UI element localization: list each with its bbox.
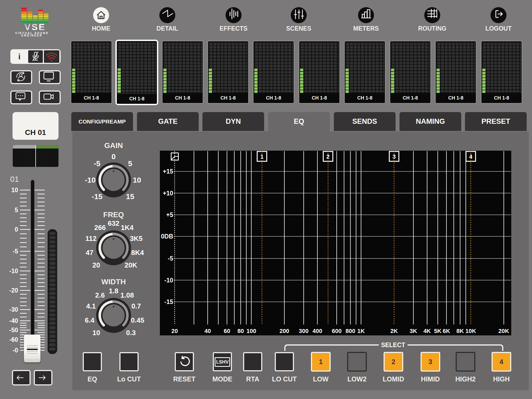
svg-text:2K: 2K xyxy=(390,328,398,334)
svg-text:3: 3 xyxy=(392,153,396,160)
svg-text:-15: -15 xyxy=(92,192,102,201)
svg-text:1.8: 1.8 xyxy=(109,287,118,295)
svg-text:100: 100 xyxy=(246,328,256,334)
svg-text:4: 4 xyxy=(469,153,473,160)
svg-text:20K: 20K xyxy=(124,261,137,269)
svg-text:600: 600 xyxy=(332,328,342,334)
svg-text:1.08: 1.08 xyxy=(120,291,134,299)
svg-text:400: 400 xyxy=(313,328,322,334)
svg-text:-50: -50 xyxy=(9,327,18,334)
svg-text:-40: -40 xyxy=(9,317,18,324)
svg-text:+15: +15 xyxy=(163,168,173,175)
svg-text:266: 266 xyxy=(94,224,106,232)
svg-text:+5: +5 xyxy=(166,211,173,218)
svg-text:-10: -10 xyxy=(164,277,173,284)
svg-text:10: 10 xyxy=(92,329,100,337)
svg-text:-5: -5 xyxy=(168,255,173,262)
svg-text:-0: -0 xyxy=(13,347,18,354)
svg-text:80: 80 xyxy=(238,328,244,334)
svg-text:20K: 20K xyxy=(498,328,509,334)
svg-text:6K: 6K xyxy=(443,328,450,334)
svg-text:ENGINEER: ENGINEER xyxy=(21,34,42,37)
svg-text:4K: 4K xyxy=(423,328,431,334)
svg-text:0.7: 0.7 xyxy=(131,302,141,310)
svg-text:0.45: 0.45 xyxy=(131,316,144,324)
svg-text:3K: 3K xyxy=(410,328,417,334)
svg-text:0: 0 xyxy=(111,153,116,161)
svg-text:800: 800 xyxy=(346,328,355,334)
svg-text:60: 60 xyxy=(224,328,230,334)
svg-text:3K5: 3K5 xyxy=(130,235,143,242)
svg-text:-5: -5 xyxy=(94,159,100,168)
svg-text:2.6: 2.6 xyxy=(95,291,105,299)
svg-text:15: 15 xyxy=(126,192,134,201)
svg-text:8K: 8K xyxy=(456,328,464,334)
svg-text:5: 5 xyxy=(128,159,132,168)
svg-text:0DB: 0DB xyxy=(161,233,173,240)
svg-text:6.4: 6.4 xyxy=(85,316,95,324)
svg-text:300: 300 xyxy=(299,328,309,334)
svg-text:200: 200 xyxy=(280,328,289,334)
svg-text:VSE: VSE xyxy=(24,22,46,32)
svg-text:112: 112 xyxy=(85,235,97,242)
svg-text:0: 0 xyxy=(15,226,18,233)
svg-text:1K4: 1K4 xyxy=(121,224,134,232)
svg-text:10: 10 xyxy=(133,176,141,184)
svg-text:20: 20 xyxy=(92,261,100,269)
svg-text:-10: -10 xyxy=(9,268,18,274)
svg-text:632: 632 xyxy=(108,219,119,227)
svg-text:-30: -30 xyxy=(9,306,18,313)
svg-text:8K4: 8K4 xyxy=(131,249,144,257)
svg-text:10: 10 xyxy=(11,187,18,194)
svg-text:5K: 5K xyxy=(434,328,442,334)
svg-text:-15: -15 xyxy=(164,298,173,305)
svg-text:40: 40 xyxy=(204,328,211,334)
svg-text:-20: -20 xyxy=(9,287,18,294)
svg-text:-10: -10 xyxy=(85,176,95,184)
svg-text:-5: -5 xyxy=(13,248,18,255)
svg-text:47: 47 xyxy=(86,249,93,257)
svg-text:0.3: 0.3 xyxy=(126,329,136,337)
svg-text:20: 20 xyxy=(171,328,178,334)
svg-text:10K: 10K xyxy=(466,328,476,334)
svg-text:+10: +10 xyxy=(163,190,173,197)
svg-text:1: 1 xyxy=(260,153,264,160)
svg-text:SELECT: SELECT xyxy=(381,342,405,348)
svg-text:4.1: 4.1 xyxy=(86,302,96,310)
svg-text:2: 2 xyxy=(326,153,330,160)
svg-text:1K: 1K xyxy=(357,328,365,334)
svg-text:5: 5 xyxy=(15,207,18,213)
svg-text:-60: -60 xyxy=(9,336,18,343)
